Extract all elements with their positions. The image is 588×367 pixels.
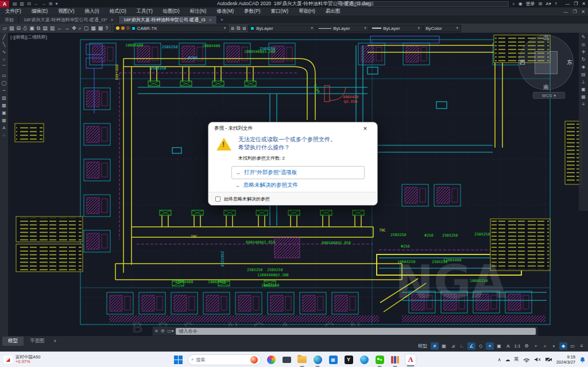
- palette-app-icon[interactable]: [265, 354, 277, 365]
- workspace-gear-icon[interactable]: ⚙: [523, 342, 531, 350]
- color-combo[interactable]: ByLayer▼: [248, 25, 316, 32]
- grid-icon[interactable]: #: [431, 342, 439, 350]
- cmdbar-customize-icon[interactable]: ⚙: [161, 329, 165, 334]
- annotation-monitor-icon[interactable]: +: [532, 342, 540, 350]
- edit-icon[interactable]: ✎: [582, 34, 586, 40]
- xline-icon[interactable]: ╲: [3, 42, 6, 47]
- model-space-label[interactable]: 模型: [418, 343, 427, 349]
- redo-icon[interactable]: →: [64, 25, 69, 31]
- command-input[interactable]: 键入命令: [176, 328, 536, 335]
- menu-item[interactable]: 修改(M): [211, 8, 239, 15]
- hardware-accel-icon[interactable]: ◈: [559, 342, 567, 350]
- fullnav-icon[interactable]: ◎: [582, 42, 586, 47]
- layer-states-icon[interactable]: ⧈: [231, 25, 234, 32]
- notification-bell-icon[interactable]: [579, 357, 586, 363]
- menu-item[interactable]: 格式(O): [105, 8, 131, 15]
- cmdbar-recent-icon[interactable]: ▭▾: [167, 329, 174, 334]
- menu-item[interactable]: 绘图(D): [158, 8, 185, 15]
- file-explorer-icon[interactable]: [296, 354, 308, 365]
- search-icon[interactable]: ⌕: [512, 1, 514, 7]
- layers-icon[interactable]: ▦: [91, 25, 96, 31]
- stock-widget[interactable]: ◢ 富时中国A50 +0.97%: [3, 354, 40, 364]
- isolate-icon[interactable]: ◐: [550, 342, 558, 350]
- menu-item[interactable]: 窗口(W): [265, 8, 293, 15]
- tray-expand-icon[interactable]: ∧: [497, 357, 501, 362]
- ortho-icon[interactable]: ∟: [458, 342, 466, 350]
- browser-sphere-icon[interactable]: [358, 354, 370, 365]
- menu-item[interactable]: 插入(I): [80, 8, 105, 15]
- annotation-icon[interactable]: A: [504, 342, 512, 350]
- exchange-icon[interactable]: A▾: [546, 1, 551, 6]
- always-ignore-checkbox[interactable]: [215, 196, 220, 202]
- doc-minimize-button[interactable]: —: [563, 9, 568, 14]
- orbit-icon[interactable]: ↻: [582, 57, 586, 62]
- open-icon[interactable]: ▨: [9, 25, 14, 31]
- block-icon[interactable]: ▣: [2, 110, 6, 115]
- grid-icon[interactable]: ▦: [581, 94, 586, 99]
- viewport-controls[interactable]: [-][俯视][二维线框]: [10, 34, 47, 40]
- rectangle-icon[interactable]: ▭: [2, 73, 6, 78]
- restore-button[interactable]: ❐: [574, 1, 578, 6]
- plot-icon[interactable]: ⊞: [49, 1, 53, 6]
- match-icon[interactable]: ▥: [50, 25, 55, 31]
- circle-icon[interactable]: ○: [3, 57, 6, 62]
- edge-icon[interactable]: [312, 354, 323, 365]
- viewcube-south[interactable]: 南: [543, 83, 549, 91]
- clock[interactable]: 9:15 2024/3/27: [556, 354, 575, 365]
- arc-icon[interactable]: ⌒: [2, 64, 6, 71]
- autocad-logo-icon[interactable]: A: [0, 1, 9, 7]
- cart-icon[interactable]: ⊞: [539, 1, 543, 6]
- menu-item[interactable]: 易出图: [320, 8, 346, 15]
- quick-properties-icon[interactable]: ⌕: [541, 342, 549, 350]
- signin-button[interactable]: 登录: [526, 1, 535, 7]
- viewcube-top-face[interactable]: [535, 51, 558, 74]
- table-icon[interactable]: ▦: [2, 118, 6, 123]
- viewcube[interactable]: 北 南 西 东: [519, 35, 574, 90]
- paste-icon[interactable]: ▤: [42, 25, 48, 31]
- infer-icon[interactable]: ⊿: [449, 342, 457, 350]
- help-icon[interactable]: ?: [555, 1, 557, 6]
- open-xref-palette-button[interactable]: → 打开"外部参照"选项板: [231, 166, 365, 179]
- viewcube-north[interactable]: 北: [543, 34, 549, 42]
- doc-close-button[interactable]: ✕: [581, 9, 585, 14]
- copy-icon[interactable]: ⧉: [37, 25, 40, 32]
- viewcube-east[interactable]: 东: [567, 59, 572, 67]
- tab-start[interactable]: 开始: [0, 16, 19, 24]
- yy-app-icon[interactable]: Y: [343, 354, 354, 365]
- hatch-icon[interactable]: ▨: [2, 95, 6, 101]
- new-tab-button[interactable]: +: [217, 16, 226, 24]
- views-icon[interactable]: ▣: [581, 87, 586, 92]
- menu-item[interactable]: 帮助(H): [293, 8, 320, 15]
- new-icon[interactable]: ▱: [3, 25, 7, 31]
- lineweight-combo[interactable]: ByLayer▼: [370, 25, 423, 32]
- volume-muted-icon[interactable]: [534, 357, 541, 362]
- cloud-icon[interactable]: ☁: [505, 357, 510, 362]
- customize-icon[interactable]: ≡: [578, 342, 586, 350]
- motion-icon[interactable]: ▤: [581, 72, 586, 77]
- qat-dropdown-icon[interactable]: ▾: [56, 1, 58, 6]
- plotstyle-combo[interactable]: ByColor▼: [423, 25, 461, 32]
- undo-icon[interactable]: ←: [34, 1, 38, 6]
- layer-combo[interactable]: ⚿ CABR-TK▼: [114, 25, 229, 32]
- polyline-icon[interactable]: ∿: [2, 49, 6, 55]
- object-snap-3d-icon[interactable]: ▣: [495, 342, 503, 350]
- publish-icon[interactable]: ▣: [29, 25, 34, 31]
- monitor-app-icon[interactable]: [281, 354, 292, 365]
- tab-close-icon[interactable]: ✕: [110, 18, 114, 22]
- redo-icon[interactable]: →: [41, 1, 46, 6]
- window-icon[interactable]: ▢: [84, 25, 89, 31]
- pan-icon[interactable]: ✥: [72, 25, 76, 31]
- text-icon[interactable]: A: [2, 125, 5, 130]
- ignore-unresolved-button[interactable]: → 忽略未解决的参照文件: [231, 179, 365, 191]
- start-button[interactable]: [172, 354, 184, 365]
- viewcube-west[interactable]: 西: [520, 59, 525, 67]
- wifi-icon[interactable]: [523, 357, 530, 362]
- new-layout-button[interactable]: +: [51, 337, 60, 345]
- more-icon[interactable]: ≡: [582, 102, 585, 107]
- point-icon[interactable]: ∴: [2, 133, 5, 138]
- menu-item[interactable]: 编辑(E): [26, 8, 53, 15]
- tab-model[interactable]: 模型: [2, 337, 24, 346]
- menu-item[interactable]: 参数(P): [239, 8, 265, 15]
- polar-icon[interactable]: ∠: [467, 342, 475, 350]
- qsave-icon[interactable]: ⊟: [27, 1, 31, 6]
